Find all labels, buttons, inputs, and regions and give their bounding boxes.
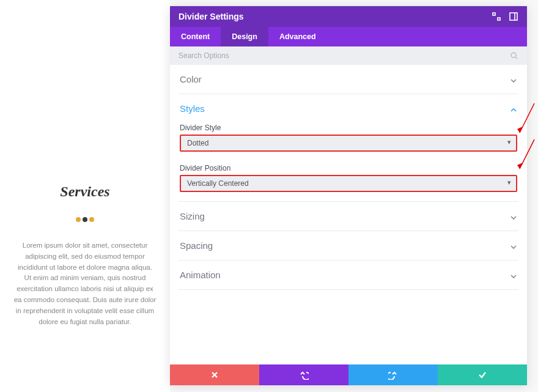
- sections: Color Styles Divider Style Dotted: [170, 65, 527, 364]
- chevron-down-icon: [510, 272, 517, 279]
- preview-body-text: Lorem ipsum dolor sit amet, consectetur …: [13, 240, 157, 328]
- section-styles-body: Divider Style Dotted Divider Position Ve…: [180, 114, 517, 192]
- chevron-up-icon: [510, 105, 517, 113]
- divider-style-label: Divider Style: [180, 124, 517, 132]
- svg-rect-2: [510, 13, 517, 20]
- preview-pane: Services Lorem ipsum dolor sit amet, con…: [0, 0, 170, 392]
- tab-advanced[interactable]: Advanced: [268, 27, 327, 46]
- panel-header: Divider Settings: [170, 6, 527, 27]
- section-styles[interactable]: Styles Divider Style Dotted Divider Posi…: [179, 94, 518, 202]
- dock-icon[interactable]: [509, 12, 518, 21]
- section-spacing-label: Spacing: [180, 240, 213, 251]
- panel-title: Divider Settings: [179, 12, 244, 21]
- section-spacing[interactable]: Spacing: [179, 231, 518, 261]
- section-sizing[interactable]: Sizing: [179, 202, 518, 231]
- tab-content[interactable]: Content: [170, 27, 221, 46]
- tab-design[interactable]: Design: [221, 27, 268, 46]
- preview-divider-icon: [13, 217, 157, 222]
- section-sizing-label: Sizing: [180, 211, 205, 221]
- search-placeholder: Search Options: [179, 51, 229, 60]
- divider-position-select[interactable]: Vertically Centered: [180, 175, 517, 192]
- save-button[interactable]: [438, 364, 527, 385]
- search-icon: [510, 51, 518, 60]
- chevron-down-icon: [510, 213, 517, 220]
- settings-panel: Divider Settings Content Design Advanced: [170, 6, 527, 385]
- search-bar[interactable]: Search Options: [170, 46, 527, 65]
- section-color[interactable]: Color: [179, 65, 518, 94]
- section-animation-label: Animation: [180, 270, 221, 280]
- divider-style-select[interactable]: Dotted: [180, 135, 517, 152]
- expand-icon[interactable]: [492, 12, 501, 21]
- svg-point-4: [511, 53, 516, 57]
- close-button[interactable]: [170, 364, 259, 385]
- divider-position-label: Divider Position: [180, 164, 517, 172]
- chevron-down-icon: [510, 76, 517, 83]
- svg-rect-1: [498, 18, 500, 20]
- redo-button[interactable]: [348, 364, 438, 385]
- svg-line-5: [516, 57, 518, 59]
- chevron-down-icon: [510, 242, 517, 250]
- section-styles-label: Styles: [180, 103, 205, 114]
- section-color-label: Color: [180, 74, 202, 84]
- preview-title: Services: [13, 183, 157, 200]
- divider-style-value: Dotted: [187, 139, 208, 147]
- panel-footer: [170, 364, 527, 385]
- tabs: Content Design Advanced: [170, 27, 527, 46]
- undo-button[interactable]: [259, 364, 348, 385]
- svg-rect-0: [493, 13, 495, 15]
- section-animation[interactable]: Animation: [179, 261, 518, 290]
- divider-position-value: Vertically Centered: [187, 179, 249, 188]
